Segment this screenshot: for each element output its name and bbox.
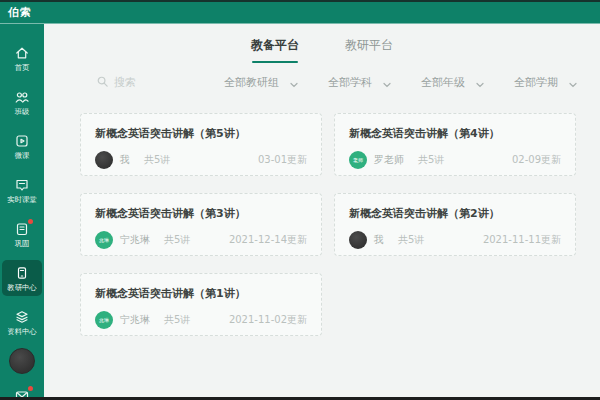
owner-name: 罗老师 [374, 153, 404, 167]
chevron-down-icon [383, 73, 391, 92]
live-classroom-icon [14, 177, 30, 193]
owner-avatar [95, 151, 113, 169]
tab-teaching-prep-platform[interactable]: 教备平台 [251, 37, 299, 63]
updated-date: 2021-12-14更新 [229, 233, 307, 247]
dropdown-grade[interactable]: 全部年级 [421, 73, 484, 92]
owner-avatar: 兆琳 [95, 231, 113, 249]
course-card[interactable]: 新概念英语突击讲解（第3讲） 兆琳 宁兆琳 共5讲 2021-12-14更新 [80, 193, 322, 256]
notebook-icon [14, 221, 30, 237]
course-card[interactable]: 新概念英语突击讲解（第5讲） 我 共5讲 03-01更新 [80, 113, 322, 176]
owner-name: 宁兆琳 [120, 233, 150, 247]
sidebar-item-class[interactable]: 班级 [2, 84, 42, 120]
top-bar: 伯索 [0, 2, 600, 24]
layers-icon [14, 309, 30, 325]
tab-label: 教研平台 [345, 38, 393, 52]
avatar-initials: 兆琳 [99, 317, 109, 322]
updated-date: 2021-11-11更新 [483, 233, 561, 247]
course-card[interactable]: 新概念英语突击讲解（第2讲） 我 共5讲 2021-11-11更新 [334, 193, 576, 256]
sidebar-item-live-classroom[interactable]: 实时课堂 [2, 172, 42, 208]
owner-name: 宁兆琳 [120, 313, 150, 327]
sidebar-item-label: 班级 [15, 108, 30, 115]
lesson-count: 共5讲 [144, 153, 170, 167]
tablet-icon [14, 265, 30, 281]
dropdown-value: 全部学科 [328, 75, 372, 90]
sidebar-item-label: 实时课堂 [7, 196, 36, 203]
notification-dot [28, 386, 33, 391]
micro-course-icon [14, 133, 30, 149]
window-top-border [0, 0, 600, 2]
course-card[interactable]: 新概念英语突击讲解（第1讲） 兆琳 宁兆琳 共5讲 2021-11-02更新 [80, 273, 322, 336]
notification-dot [28, 219, 33, 224]
owner-avatar [349, 231, 367, 249]
updated-date: 2021-11-02更新 [229, 313, 307, 327]
course-title: 新概念英语突击讲解（第5讲） [95, 126, 307, 141]
lesson-count: 共5讲 [164, 233, 190, 247]
avatar-initials: 老师 [353, 157, 363, 162]
search-icon [96, 73, 109, 92]
sidebar-item-label: 首页 [15, 64, 30, 71]
filter-dropdowns: 全部教研组 全部学科 全部年级 全部学期 [224, 73, 577, 92]
course-card[interactable]: 新概念英语突击讲解（第4讲） 老师 罗老师 共5讲 02-09更新 [334, 113, 576, 176]
owner-avatar: 老师 [349, 151, 367, 169]
sidebar-item-resource-center[interactable]: 资料中心 [2, 304, 42, 340]
lesson-count: 共5讲 [164, 313, 190, 327]
course-meta: 老师 罗老师 共5讲 02-09更新 [349, 151, 561, 169]
lesson-count: 共5讲 [398, 233, 424, 247]
tab-label: 教备平台 [251, 38, 299, 52]
sidebar-item-label: 教研中心 [7, 284, 36, 291]
search-input[interactable] [114, 76, 224, 89]
lesson-count: 共5讲 [418, 153, 444, 167]
users-icon [14, 89, 30, 105]
dropdown-semester[interactable]: 全部学期 [514, 73, 577, 92]
sidebar-item-consolidate[interactable]: 巩固 [2, 216, 42, 252]
course-title: 新概念英语突击讲解（第3讲） [95, 206, 307, 221]
dropdown-value: 全部教研组 [224, 75, 279, 90]
dropdown-value: 全部学期 [514, 75, 558, 90]
course-meta: 我 共5讲 03-01更新 [95, 151, 307, 169]
sidebar-item-label: 资料中心 [7, 328, 36, 335]
sidebar-item-home[interactable]: 首页 [2, 40, 42, 76]
avatar-initials: 兆琳 [99, 237, 109, 242]
search-box[interactable] [96, 73, 224, 92]
dropdown-research-group[interactable]: 全部教研组 [224, 73, 298, 92]
updated-date: 03-01更新 [258, 153, 307, 167]
platform-tabs: 教备平台 教研平台 [44, 25, 600, 63]
chevron-down-icon [290, 73, 298, 92]
sidebar-item-microcourse[interactable]: 微课 [2, 128, 42, 164]
course-meta: 兆琳 宁兆琳 共5讲 2021-12-14更新 [95, 231, 307, 249]
sidebar-item-label: 巩固 [15, 240, 30, 247]
course-title: 新概念英语突击讲解（第4讲） [349, 126, 561, 141]
main-content: 教备平台 教研平台 全部教研组 全部学科 [44, 25, 600, 397]
course-card-grid: 新概念英语突击讲解（第5讲） 我 共5讲 03-01更新 新概念英语突击讲解（第… [80, 113, 600, 336]
home-icon [14, 45, 30, 61]
sidebar-item-research-center[interactable]: 教研中心 [2, 260, 42, 296]
app-logo: 伯索 [8, 5, 32, 20]
course-title: 新概念英语突击讲解（第1讲） [95, 286, 307, 301]
tab-teaching-research-platform[interactable]: 教研平台 [345, 37, 393, 63]
owner-name: 我 [374, 233, 384, 247]
owner-avatar: 兆琳 [95, 311, 113, 329]
owner-name: 我 [120, 153, 130, 167]
chevron-down-icon [476, 73, 484, 92]
dropdown-subject[interactable]: 全部学科 [328, 73, 391, 92]
course-meta: 兆琳 宁兆琳 共5讲 2021-11-02更新 [95, 311, 307, 329]
user-avatar[interactable] [9, 348, 35, 374]
sidebar-item-label: 微课 [15, 152, 30, 159]
course-title: 新概念英语突击讲解（第2讲） [349, 206, 561, 221]
course-meta: 我 共5讲 2021-11-11更新 [349, 231, 561, 249]
dropdown-value: 全部年级 [421, 75, 465, 90]
chevron-down-icon [569, 73, 577, 92]
filter-bar: 全部教研组 全部学科 全部年级 全部学期 [96, 72, 576, 92]
updated-date: 02-09更新 [512, 153, 561, 167]
sidebar: 首页 班级 微课 实时课堂 巩固 教研中心 资料中心 [0, 24, 44, 397]
